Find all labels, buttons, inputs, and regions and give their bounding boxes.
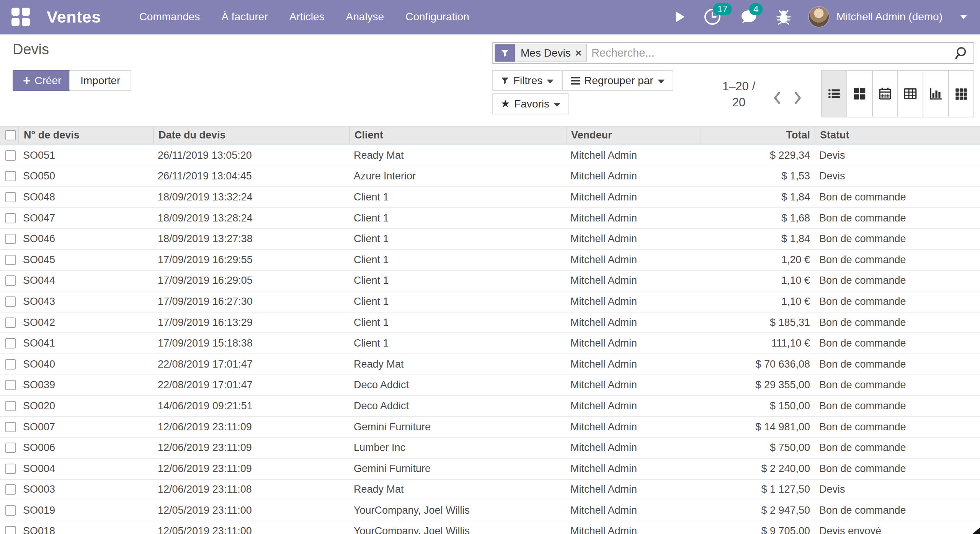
- import-button[interactable]: Importer: [69, 70, 131, 91]
- cell-status: Bon de commande: [815, 296, 980, 308]
- group-by-button[interactable]: Regrouper par: [562, 70, 673, 91]
- row-checkbox[interactable]: [5, 359, 16, 370]
- cell-status: Bon de commande: [815, 275, 980, 287]
- cell-total: 1,20 €: [701, 254, 815, 266]
- column-header-id[interactable]: N° de devis: [18, 127, 153, 143]
- cell-quotation-number: SO003: [18, 484, 153, 495]
- table-row[interactable]: SO044 17/09/2019 16:29:05 Client 1 Mitch…: [0, 271, 980, 292]
- table-row[interactable]: SO004 12/06/2019 23:11:09 Gemini Furnitu…: [0, 459, 980, 480]
- calendar-view-icon: [878, 86, 892, 101]
- nav-menu-item[interactable]: À facturer: [221, 11, 268, 23]
- row-checkbox[interactable]: [5, 171, 16, 181]
- favorites-button[interactable]: ★ Favoris: [492, 93, 569, 114]
- cell-status: Bon de commande: [815, 191, 980, 203]
- row-checkbox[interactable]: [5, 380, 16, 390]
- pager-range: 1–20: [722, 80, 749, 93]
- search-input[interactable]: [591, 47, 954, 59]
- row-checkbox[interactable]: [5, 422, 16, 432]
- user-name[interactable]: Mitchell Admin (demo): [836, 11, 942, 23]
- cell-total: $ 70 636,08: [701, 358, 815, 370]
- table-row[interactable]: SO020 14/06/2019 09:21:51 Deco Addict Mi…: [0, 396, 980, 417]
- row-checkbox[interactable]: [5, 526, 16, 534]
- row-checkbox[interactable]: [5, 443, 16, 453]
- table-row[interactable]: SO003 12/06/2019 23:11:08 Ready Mat Mitc…: [0, 480, 980, 501]
- column-header-status[interactable]: Statut: [815, 127, 980, 143]
- row-checkbox-cell: [0, 422, 18, 432]
- row-checkbox[interactable]: [5, 213, 16, 223]
- table-row[interactable]: SO007 12/06/2019 23:11:09 Gemini Furnitu…: [0, 417, 980, 438]
- pager-next-button[interactable]: [789, 89, 806, 107]
- table-row[interactable]: SO006 12/06/2019 23:11:09 Lumber Inc Mit…: [0, 438, 980, 459]
- nav-menu-item[interactable]: Configuration: [405, 11, 469, 23]
- search-bar[interactable]: Mes Devis ×: [492, 42, 974, 64]
- cell-total: $ 1,53: [701, 170, 815, 182]
- row-checkbox-cell: [0, 464, 18, 474]
- select-all-checkbox[interactable]: [5, 130, 16, 140]
- column-header-total[interactable]: Total: [701, 127, 815, 143]
- app-name[interactable]: Ventes: [47, 8, 101, 26]
- row-checkbox[interactable]: [5, 234, 16, 244]
- column-header-vendor[interactable]: Vendeur: [566, 127, 701, 143]
- pivot-view-button[interactable]: [897, 71, 923, 117]
- nav-menu-item[interactable]: Articles: [289, 11, 325, 23]
- row-checkbox[interactable]: [5, 317, 16, 328]
- row-checkbox[interactable]: [5, 505, 16, 516]
- table-row[interactable]: SO018 12/05/2019 23:11:00 YourCompany, J…: [0, 521, 980, 534]
- table-row[interactable]: SO040 22/08/2019 17:01:47 Ready Mat Mitc…: [0, 354, 980, 375]
- table-row[interactable]: SO050 26/11/2019 13:04:45 Azure Interior…: [0, 166, 980, 187]
- row-checkbox[interactable]: [5, 484, 16, 495]
- cell-quotation-number: SO050: [18, 170, 153, 182]
- play-tour-icon[interactable]: [674, 10, 686, 23]
- activity-view-button[interactable]: [948, 71, 973, 117]
- table-row[interactable]: SO042 17/09/2019 16:13:29 Client 1 Mitch…: [0, 313, 980, 334]
- bug-icon[interactable]: [776, 9, 791, 25]
- facet-remove-icon[interactable]: ×: [575, 44, 586, 62]
- row-checkbox[interactable]: [5, 464, 16, 474]
- magnifier-icon[interactable]: [954, 46, 967, 60]
- nav-menu-item[interactable]: Commandes: [139, 11, 200, 23]
- row-checkbox[interactable]: [5, 150, 16, 161]
- row-checkbox[interactable]: [5, 275, 16, 286]
- row-checkbox-cell: [0, 192, 18, 202]
- user-menu[interactable]: [809, 7, 829, 27]
- column-header-client[interactable]: Client: [349, 127, 566, 143]
- column-header-date[interactable]: Date du devis: [153, 127, 349, 143]
- chevron-left-icon: [773, 91, 781, 104]
- table-row[interactable]: SO019 12/05/2019 23:11:00 YourCompany, J…: [0, 500, 980, 521]
- row-checkbox[interactable]: [5, 192, 16, 202]
- row-checkbox[interactable]: [5, 255, 16, 265]
- table-row[interactable]: SO039 22/08/2019 17:01:47 Deco Addict Mi…: [0, 375, 980, 396]
- create-button[interactable]: + Créer: [13, 70, 72, 91]
- table-header-row: N° de devis Date du devis Client Vendeur…: [0, 126, 980, 145]
- row-checkbox[interactable]: [5, 401, 16, 411]
- table-row[interactable]: SO041 17/09/2019 15:18:38 Client 1 Mitch…: [0, 333, 980, 354]
- table-row[interactable]: SO051 26/11/2019 13:05:20 Ready Mat Mitc…: [0, 145, 980, 166]
- funnel-icon: [495, 44, 515, 62]
- cell-total: $ 9 705,00: [701, 525, 815, 534]
- cell-total: $ 185,31: [701, 317, 815, 329]
- search-facet-label: Mes Devis: [515, 44, 575, 62]
- pager-previous-button[interactable]: [769, 89, 786, 107]
- filters-button[interactable]: Filtres: [492, 70, 562, 91]
- list-view-icon: [827, 86, 841, 101]
- cell-status: Bon de commande: [815, 505, 980, 516]
- kanban-view-button[interactable]: [846, 71, 872, 117]
- table-row[interactable]: SO043 17/09/2019 16:27:30 Client 1 Mitch…: [0, 291, 980, 313]
- nav-menu-item[interactable]: Analyse: [346, 11, 384, 23]
- table-row[interactable]: SO047 18/09/2019 13:28:24 Client 1 Mitch…: [0, 208, 980, 229]
- import-button-label: Importer: [80, 75, 120, 87]
- row-checkbox[interactable]: [5, 296, 16, 307]
- messages-chat-icon[interactable]: 4: [739, 8, 758, 26]
- activities-clock-icon[interactable]: 17: [703, 8, 722, 26]
- graph-view-button[interactable]: [923, 71, 948, 117]
- table-row[interactable]: SO045 17/09/2019 16:29:55 Client 1 Mitch…: [0, 250, 980, 271]
- pager-value[interactable]: 1–20 / 20: [713, 78, 765, 111]
- calendar-view-button[interactable]: [872, 71, 897, 117]
- table-row[interactable]: SO046 18/09/2019 13:27:38 Client 1 Mitch…: [0, 229, 980, 250]
- activity-view-icon: [954, 86, 969, 101]
- row-checkbox[interactable]: [5, 338, 16, 348]
- list-view-button[interactable]: [822, 71, 846, 117]
- cell-total: $ 150,00: [701, 400, 815, 412]
- apps-grid-icon[interactable]: [11, 8, 30, 26]
- table-row[interactable]: SO048 18/09/2019 13:32:24 Client 1 Mitch…: [0, 187, 980, 208]
